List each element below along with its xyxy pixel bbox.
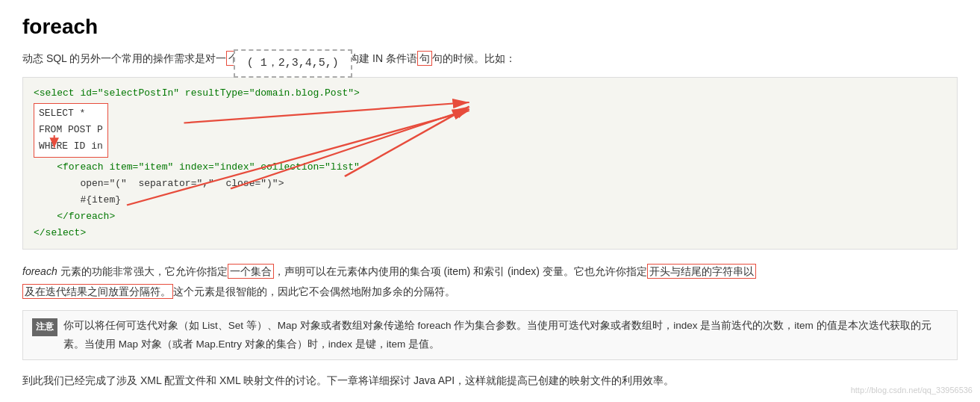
desc-highlight2: 开头与结尾的字符串以 — [647, 264, 756, 279]
desc-highlight3: 及在迭代结果之间放置分隔符。 — [22, 284, 173, 299]
foreach-close: </foreach> — [34, 208, 946, 225]
in-values-box: ( 1，2,3,4,5,) — [234, 49, 352, 78]
note-container: 注意 你可以将任何可迭代对象（如 List、Set 等）、Map 对象或者数组对… — [22, 310, 958, 360]
select-close: </select> — [34, 225, 946, 241]
item-line: #{item} — [34, 192, 946, 208]
sql-highlight-group: SELECT * FROM POST P WHERE ID in — [34, 103, 108, 157]
foreach-label: foreach — [22, 265, 57, 277]
final-paragraph: 到此我们已经完成了涉及 XML 配置文件和 XML 映射文件的讨论。下一章将详细… — [22, 371, 958, 391]
code-block: <select id="selectPostIn" resultType="do… — [22, 77, 958, 250]
svg-line-1 — [184, 102, 469, 123]
desc-text2: ，声明可以在元素体内使用的集合项 (item) 和索引 (index) 变量。它… — [274, 265, 647, 277]
intro-text3: 句的时候。比如： — [432, 52, 516, 64]
page-title: foreach — [22, 15, 958, 39]
foreach-line: <foreach item="item" index="index" colle… — [34, 159, 946, 176]
intro-paragraph: 动态 SQL 的另外一个常用的操作需求是对一个集合进行遍历,通常是在构建 IN … — [22, 49, 958, 68]
sql-where: WHERE ID in — [39, 138, 103, 155]
desc-text3: 这个元素是很智能的，因此它不会偶然地附加多余的分隔符。 — [173, 285, 455, 297]
desc-text1: 元素的功能非常强大，它允许你指定 — [57, 265, 228, 277]
intro-highlight2: 句 — [417, 51, 432, 66]
intro-text1: 动态 SQL 的另外一个常用的操作需求是对一 — [22, 52, 226, 64]
open-line: open="(" separator="," close=")"> — [34, 176, 946, 192]
sql-select: SELECT * — [39, 105, 103, 122]
desc-highlight1: 一个集合 — [228, 264, 274, 279]
sql-from: FROM POST P — [39, 122, 103, 138]
note-text: 你可以将任何可迭代对象（如 List、Set 等）、Map 对象或者数组对象传递… — [63, 317, 948, 353]
description-paragraph: foreach 元素的功能非常强大，它允许你指定一个集合，声明可以在元素体内使用… — [22, 262, 958, 301]
watermark: http://blog.csdn.net/qq_33956536 — [851, 386, 973, 395]
note-label: 注意 — [32, 318, 57, 336]
code-line-1: <select id="selectPostIn" resultType="do… — [34, 85, 946, 102]
